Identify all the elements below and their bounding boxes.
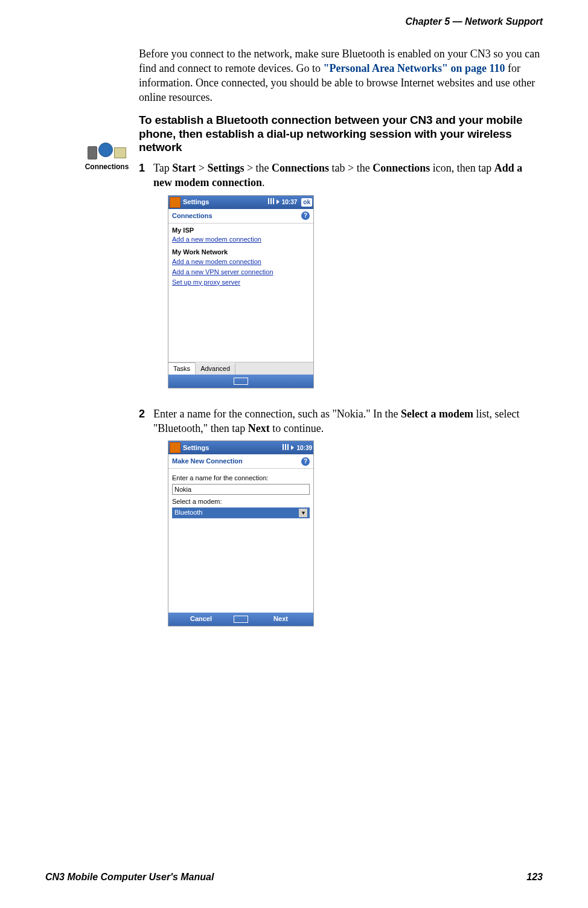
titlebar: Settings 10:37 ok [168,196,313,209]
step-number: 1 [139,161,153,402]
tab-tasks[interactable]: Tasks [168,362,196,375]
titlebar: Settings 10:39 [168,441,313,454]
screen-header: Connections ? [168,209,313,224]
screenshot-new-connection: Settings 10:39 Make New Connection ? Ent… [168,440,314,626]
step-number: 2 [139,407,153,640]
start-flag-icon[interactable] [170,197,181,208]
bottombar [168,375,313,388]
pan-link[interactable]: "Personal Area Networks" on page 110 [323,62,505,74]
form-body: Enter a name for the connection: Select … [168,469,313,522]
tabs: Tasks Advanced [168,362,313,375]
titlebar-icons: 10:39 [283,444,312,452]
add-vpn-link[interactable]: Add a new VPN server connection [168,268,313,278]
keyboard-icon[interactable] [234,378,248,385]
connection-name-input[interactable] [172,484,310,495]
modem-select-value: Bluetooth [174,508,202,517]
signal-icon [268,198,274,207]
step-1: 1 Tap Start > Settings > the Connections… [139,161,543,402]
speaker-icon [291,444,294,452]
titlebar-icons: 10:37 ok [268,198,312,207]
modem-select[interactable]: Bluetooth ▾ [172,507,310,518]
blank-area [168,522,313,613]
footer-manual-title: CN3 Mobile Computer User's Manual [45,871,214,884]
connections-icon [80,143,134,159]
next-button[interactable]: Next [248,614,313,623]
add-modem-isp-link[interactable]: Add a new modem connection [168,235,313,245]
globe-icon [98,143,113,157]
speaker-icon [276,198,280,207]
chapter-label: Chapter 5 — Network Support [405,16,543,27]
tab-advanced[interactable]: Advanced [196,362,235,375]
screen-title: Make New Connection [172,457,243,466]
ok-button[interactable]: ok [301,198,312,207]
screenshot-connections: Settings 10:37 ok Connections ? My ISP A… [168,195,314,388]
bottombar: Cancel Next [168,613,313,626]
screen-header: Make New Connection ? [168,454,313,469]
titlebar-title: Settings [183,443,283,452]
help-icon[interactable]: ? [301,457,310,466]
clock: 10:39 [296,444,312,452]
screen-title: Connections [172,211,213,221]
clock: 10:37 [282,198,298,207]
chevron-down-icon: ▾ [299,509,307,517]
page-content: Before you connect to the network, make … [0,47,588,640]
my-work-label: My Work Network [168,245,313,257]
modem-label: Select a modem: [172,497,310,506]
phone-icon [88,146,97,159]
cancel-button[interactable]: Cancel [168,614,234,623]
step-2: 2 Enter a name for the connection, such … [139,407,543,640]
start-flag-icon[interactable] [170,442,181,453]
step-body: Enter a name for the connection, such as… [153,407,543,640]
page-header: Chapter 5 — Network Support [0,0,588,28]
connections-icon-label: Connections [80,162,134,172]
procedure-heading: To establish a Bluetooth connection betw… [139,114,543,155]
page-footer: CN3 Mobile Computer User's Manual 123 [0,871,588,884]
blank-area [168,288,313,362]
proxy-link[interactable]: Set up my proxy server [168,278,313,288]
connections-desktop-icon: Connections [80,143,134,172]
help-icon[interactable]: ? [301,211,310,220]
add-modem-work-link[interactable]: Add a new modem connection [168,257,313,268]
keyboard-icon[interactable] [234,616,248,623]
my-isp-label: My ISP [168,224,313,236]
titlebar-title: Settings [183,198,268,207]
step-body: Tap Start > Settings > the Connections t… [153,161,543,402]
footer-page-number: 123 [526,871,543,884]
name-label: Enter a name for the connection: [172,474,310,483]
pc-icon [114,147,126,158]
intro-paragraph: Before you connect to the network, make … [139,47,543,105]
signal-icon [283,444,289,452]
